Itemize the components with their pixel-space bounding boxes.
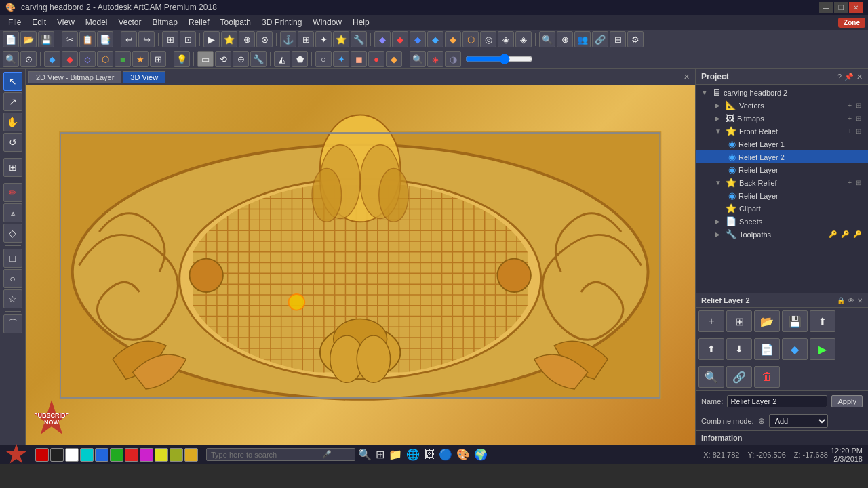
tool12[interactable]: ◎ (480, 31, 496, 47)
help-icon[interactable]: ? (837, 73, 842, 81)
layer-add-btn[interactable]: + (698, 310, 724, 332)
circle-tool[interactable]: ○ (315, 51, 332, 67)
tool18[interactable]: 🔗 (592, 31, 608, 47)
toolpaths-a1[interactable]: 🔑 (827, 230, 838, 238)
tree-item-relief-layer-1[interactable]: ◉ Relief Layer 1 (696, 138, 868, 150)
color-olive[interactable] (170, 448, 183, 462)
relief4[interactable]: 🔧 (250, 51, 267, 67)
tree-project-name[interactable]: ▼ 🖥 carving headbord 2 (696, 86, 868, 99)
layer-copy-btn[interactable]: 📄 (754, 338, 780, 360)
search-input[interactable] (211, 451, 319, 459)
menu-model[interactable]: Model (80, 16, 113, 28)
minimize-button[interactable]: — (819, 2, 833, 13)
layer-import-btn[interactable]: 📂 (754, 310, 780, 332)
tab-2d-bitmap[interactable]: 2D View - Bitmap Layer (28, 71, 121, 83)
tree-item-back-relief[interactable]: ▼ ⭐ Back Relief + ⊞ (696, 176, 868, 189)
render-tool[interactable]: ◑ (445, 51, 461, 67)
color-green[interactable] (110, 448, 123, 462)
orbit[interactable]: ⊙ (20, 51, 37, 67)
color-cyan[interactable] (80, 448, 94, 462)
draw-tool[interactable]: ✏ (3, 183, 22, 202)
layer-select-btn[interactable]: ⊞ (726, 310, 752, 332)
task-search[interactable]: 🔍 (358, 448, 372, 461)
tree-item-bitmaps[interactable]: ▶ 🖼 Bitmaps + ⊞ (696, 112, 868, 125)
restore-button[interactable]: ❐ (834, 2, 848, 13)
task-task-view[interactable]: ⊞ (376, 448, 384, 461)
grid-tool[interactable]: ⊞ (3, 158, 22, 177)
pin-icon[interactable]: 📌 (844, 73, 854, 81)
bitmaps-grid[interactable]: ⊞ (854, 115, 863, 122)
apply-button[interactable]: Apply (831, 395, 863, 407)
menu-relief[interactable]: Relief (183, 16, 215, 28)
layer-delete-btn[interactable]: 🗑 (754, 366, 780, 388)
ellipse-tool[interactable]: ○ (3, 269, 22, 288)
task-browser[interactable]: 🌍 (474, 448, 488, 461)
shape-tool[interactable]: ◇ (3, 224, 22, 243)
shape6[interactable]: ★ (132, 51, 149, 67)
canvas-area[interactable]: SUBSCRIBE NOW (26, 85, 695, 445)
tool10[interactable]: ◆ (445, 31, 461, 47)
star-button[interactable]: ⭐ (221, 31, 237, 47)
toolpaths-a2[interactable]: 🔑 (840, 230, 850, 238)
pan-tool[interactable]: ✋ (3, 113, 22, 131)
view-close-button[interactable]: ✕ (681, 73, 692, 81)
tool14[interactable]: ◈ (515, 31, 532, 47)
select-tool[interactable]: ↖ (3, 72, 22, 91)
color-bright-red[interactable] (125, 448, 138, 462)
bitmaps-add[interactable]: + (846, 115, 853, 122)
layer-up-btn[interactable]: ⬆ (810, 310, 835, 332)
zoom-input[interactable]: 🔍 (410, 51, 426, 67)
paste-button[interactable]: 📑 (97, 31, 113, 47)
layer-name-input[interactable] (727, 395, 827, 407)
zoom-slider[interactable] (465, 54, 533, 64)
3d-view-tool[interactable]: ◈ (427, 51, 443, 67)
cut-button[interactable]: ✂ (62, 31, 78, 47)
copy-button[interactable]: 📋 (79, 31, 96, 47)
menu-window[interactable]: Window (307, 16, 347, 28)
tool3[interactable]: ✦ (315, 31, 332, 47)
node-tool[interactable]: ↗ (3, 92, 22, 111)
layer-tool2[interactable]: ● (368, 51, 384, 67)
tool20[interactable]: ⚙ (627, 31, 644, 47)
relief3[interactable]: ⊕ (233, 51, 249, 67)
play-button[interactable]: ▶ (203, 31, 220, 47)
tool16[interactable]: ⊕ (557, 31, 573, 47)
layer-move-up-btn[interactable]: ⬆ (698, 338, 724, 360)
color-gold[interactable] (184, 448, 198, 462)
tree-item-front-relief[interactable]: ▼ ⭐ Front Relief + ⊞ (696, 125, 868, 138)
task-photoshop[interactable]: 🖼 (424, 449, 435, 461)
tool19[interactable]: ⊞ (610, 31, 626, 47)
relief5[interactable]: ◭ (274, 51, 290, 67)
star-shape-tool[interactable]: ☆ (3, 289, 22, 308)
layer-move-down-btn[interactable]: ⬇ (726, 338, 752, 360)
tool8[interactable]: ◆ (410, 31, 426, 47)
tool5[interactable]: 🔧 (351, 31, 367, 47)
rect-tool[interactable]: □ (3, 249, 22, 268)
tool17[interactable]: 👥 (574, 31, 591, 47)
tree-item-relief-layer-2[interactable]: ◉ Relief Layer 2 (696, 150, 868, 163)
relief2[interactable]: ⟲ (215, 51, 231, 67)
tool2[interactable]: ⊞ (298, 31, 314, 47)
tool4[interactable]: ⭐ (333, 31, 349, 47)
task-file-explorer[interactable]: 📁 (389, 448, 402, 461)
tool7[interactable]: ◆ (392, 31, 408, 47)
layer-tool3[interactable]: ◆ (386, 51, 402, 67)
shape5[interactable]: ■ (115, 51, 131, 67)
color-white[interactable] (65, 448, 79, 462)
layer-export-btn[interactable]: 💾 (782, 310, 808, 332)
tab-3d-view[interactable]: 3D View (123, 71, 165, 83)
color-red[interactable] (35, 448, 49, 462)
tool15[interactable]: 🔍 (539, 31, 555, 47)
tool11[interactable]: ⬡ (462, 31, 479, 47)
zoom-fit[interactable]: 🔍 (3, 51, 19, 67)
relief1[interactable]: ▭ (197, 51, 214, 67)
tool6[interactable]: ◆ (374, 31, 391, 47)
color-purple[interactable] (140, 448, 153, 462)
tool13[interactable]: ◈ (498, 31, 514, 47)
layer-3d-btn[interactable]: ◆ (782, 338, 808, 360)
arc-tool[interactable]: ⌒ (3, 314, 22, 333)
shape1[interactable]: ◆ (44, 51, 60, 67)
tool1[interactable]: ⚓ (280, 31, 296, 47)
front-relief-add[interactable]: + (846, 127, 853, 135)
open-button[interactable]: 📂 (20, 31, 37, 47)
